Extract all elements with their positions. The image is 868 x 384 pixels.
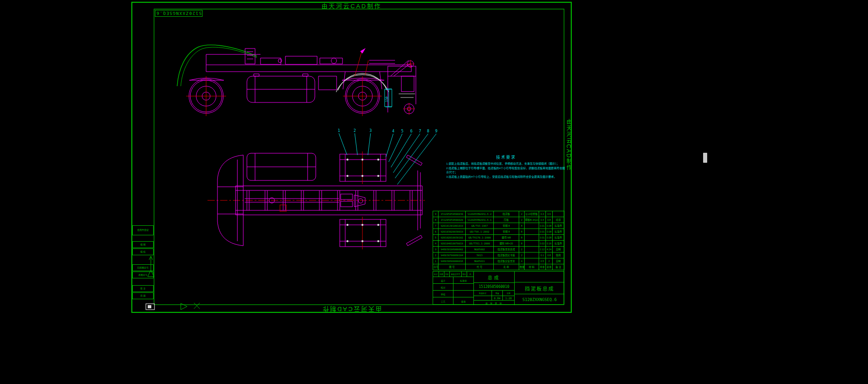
cross-mark-icon <box>194 303 200 309</box>
bom-cell: 2 <box>519 211 525 217</box>
bom-cell: 自制 <box>553 258 564 264</box>
sheet-info: 共 张 第 张 <box>474 300 514 305</box>
bom-cell: 0.08 <box>546 235 553 241</box>
bom-cell: S120ZXXNGSEQ.6-2 <box>466 211 494 217</box>
bom-header-cell: 总重 <box>546 264 553 270</box>
bom-cell: 0.4 <box>539 217 546 223</box>
callout-2: 2 <box>353 128 356 133</box>
weight-label: 重量 <box>492 291 503 296</box>
bom-row: 29480307000801045013挡泥板固定卡箍20.10.8借用 <box>433 253 564 258</box>
bom-cell: S120ZXXNGSEQ.6-1 <box>466 217 494 223</box>
bom-cell: 4 <box>519 258 525 264</box>
bom-cell: NG05002 <box>466 247 494 253</box>
bom-cell: 2 <box>519 217 525 223</box>
bom-row: 3948030106000002NG05002挡泥板支架总成22.124.24自… <box>433 247 564 253</box>
corner-code-box: S120ZXXNGSEQ.6 <box>155 10 203 17</box>
bom-cell <box>525 247 539 253</box>
bom-table: 9151205050600030S120ZXXNGSEQ.6-2挡泥板2Q-2/… <box>433 211 564 270</box>
bom-cell: 8 <box>519 241 525 247</box>
bom-row: 4920104010070019GB/T781.1-2000螺栓 M8×2080… <box>433 241 564 247</box>
bom-header-row: 序号 图 号 代 号 名 称 数量 材 料 单重 总重 备 注 <box>433 264 564 270</box>
bom-header-cell: 单重 <box>539 264 546 270</box>
bom-cell: 螺母 M8 <box>494 235 519 241</box>
bom-cell: 7 <box>433 223 439 229</box>
callout-8: 8 <box>427 129 429 133</box>
title-block-right: 挡泥板总成 S120ZXXNGSEQ.6 <box>515 272 564 305</box>
bom-cell: 钢板B-3/Q235A <box>525 217 539 223</box>
rev-label: 签名 <box>462 272 467 277</box>
bom-cell <box>525 258 539 264</box>
margin-field-signature: 签 字 <box>132 285 154 292</box>
bom-row: 1948030600000016NG05011挡泥板安装支架40.52自制 <box>433 258 564 264</box>
rev-label: 处数 <box>439 272 444 277</box>
callout-6: 6 <box>410 129 412 133</box>
rev-label: 标记 <box>433 272 439 277</box>
rev-label: 更改文件号 <box>450 272 462 277</box>
weight-value: 0.84 <box>492 296 503 300</box>
bom-cell: 0.16 <box>546 241 553 247</box>
margin-field-tracing: 描 图 <box>132 241 154 248</box>
bom-cell: 920101301001019 <box>439 223 466 229</box>
scale-label: 比例 <box>503 291 514 296</box>
part-name: 挡泥板总成 <box>515 282 564 294</box>
watermark-right: 由天河云CAD制作 <box>565 119 573 171</box>
callout-7: 7 <box>419 129 421 133</box>
margin-field-base-no: 底图总号 <box>132 272 154 278</box>
bom-cell: 0.6 <box>546 211 553 217</box>
bom-cell: NG05011 <box>466 258 494 264</box>
title-block: 标记 处数 分区 更改文件号 签名 年、月、日 设计 标准化 校对 审核 工艺 … <box>433 271 564 305</box>
bom-cell: 8 <box>519 235 525 241</box>
margin-field-date: 日 期 <box>132 292 154 299</box>
tech-requirements-title: 技术要求 <box>446 154 566 160</box>
role-label: 设计 <box>433 277 453 283</box>
bom-header-cell: 代 号 <box>466 264 494 270</box>
vertical-scrollbar-thumb[interactable] <box>703 153 707 163</box>
scale-value: 1:20 <box>503 296 514 300</box>
bom-row: 9151205050600030S120ZXXNGSEQ.6-2挡泥板2Q-2/… <box>433 211 564 217</box>
bom-cell: 标准件 <box>553 235 564 241</box>
bom-cell: 垫圈 8 <box>494 229 519 235</box>
bom-cell: 垫圈 8 <box>494 223 519 229</box>
bom-header-cell: 名 称 <box>494 264 519 270</box>
bom-cell: 0.1 <box>539 253 546 258</box>
bom-header-cell: 图 号 <box>439 264 466 270</box>
bom-cell: Q-2/喷塑板 <box>525 211 539 217</box>
bom-cell: 标准件 <box>553 229 564 235</box>
callout-4: 4 <box>392 129 394 133</box>
bom-cell: 0.8 <box>546 253 553 258</box>
bom-cell: 自制 <box>553 247 564 253</box>
bom-cell: 0.01 <box>539 229 546 235</box>
bom-cell: 标准件 <box>553 241 564 247</box>
top-view-drawing <box>207 151 425 249</box>
bom-cell: 920102010030102 <box>439 235 466 241</box>
rev-label: 分区 <box>444 272 450 277</box>
bom-cell: 8 <box>433 217 439 223</box>
callout-1: 1 <box>338 128 340 133</box>
cad-drawing: 150 <box>0 0 868 384</box>
drawing-number: 15120S05060010 <box>474 282 514 290</box>
bom-cell: 0.08 <box>546 229 553 235</box>
bom-cell: 8 <box>519 229 525 235</box>
bom-cell: 948030106000002 <box>439 247 466 253</box>
bom-cell: 6 <box>433 229 439 235</box>
bom-cell: 2 <box>519 247 525 253</box>
callout-9: 9 <box>435 129 437 133</box>
bom-cell: 151205050600020 <box>439 217 466 223</box>
corner-code-text: S120ZXXNGSEQ.6 <box>156 11 202 16</box>
tech-requirement-item: 1.装配上挡泥板后，将挡泥板调整至中间位置，手柄移动灵活，支承压与快锁锁闭（图示… <box>446 161 566 166</box>
bom-cell: 挡泥板支架总成 <box>494 247 519 253</box>
bom-cell: 借用 <box>553 253 564 258</box>
bom-cell: 948030700080104 <box>439 253 466 258</box>
cad-viewport[interactable]: 150 <box>0 0 868 384</box>
bom-cell: 2 <box>546 258 553 264</box>
margin-field-borrowed-parts: 借用件登记 <box>132 225 154 235</box>
watermark-bottom: 由天河云CAD制作 <box>261 305 442 314</box>
bom-cell: 0.01 <box>539 235 546 241</box>
bom-body: 9151205050600030S120ZXXNGSEQ.6-2挡泥板2Q-2/… <box>433 211 564 264</box>
tech-requirements: 技术要求 1.装配上挡泥板后，将挡泥板调整至中间位置，手柄移动灵活，支承压与快锁… <box>446 154 566 179</box>
bom-cell: 0.08 <box>546 223 553 229</box>
bom-cell: 挡泥板 <box>494 211 519 217</box>
bom-cell: 2 <box>519 253 525 258</box>
bom-row: 5920102010030102GB/T6170.1-2000螺母 M880.0… <box>433 235 564 241</box>
bom-cell: 挡泥板安装支架 <box>494 258 519 264</box>
